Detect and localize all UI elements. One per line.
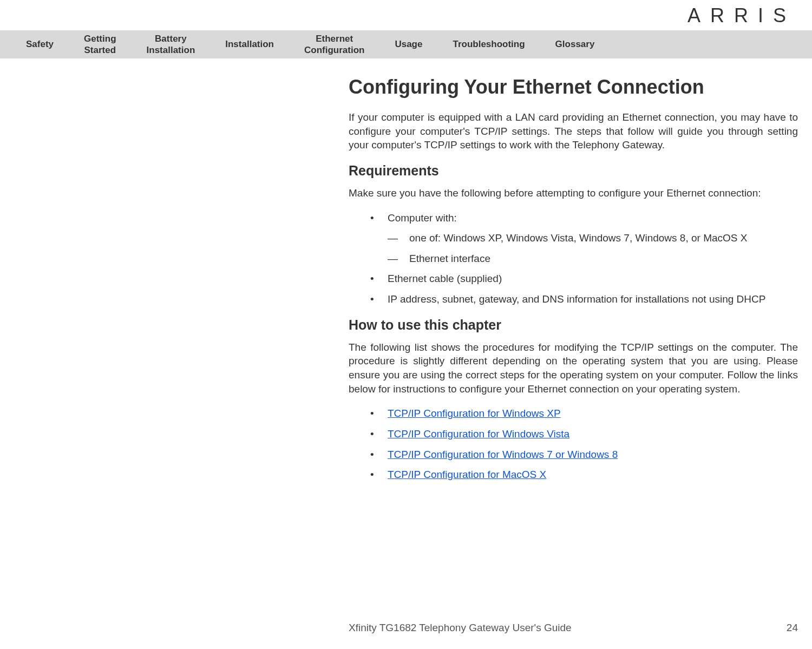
list-item: TCP/IP Configuration for Windows XP — [370, 407, 798, 421]
how-to-intro: The following list shows the procedures … — [349, 340, 798, 396]
top-nav: Safety Getting Started Battery Installat… — [0, 30, 812, 58]
how-to-heading: How to use this chapter — [349, 317, 798, 333]
link-windows-xp[interactable]: TCP/IP Configuration for Windows XP — [388, 408, 561, 419]
requirements-sublist: one of: Windows XP, Windows Vista, Windo… — [388, 231, 798, 265]
list-item: one of: Windows XP, Windows Vista, Windo… — [388, 231, 798, 245]
footer-title: Xfinity TG1682 Telephony Gateway User's … — [349, 622, 572, 634]
brand-logo: ARRIS — [687, 4, 796, 27]
link-macos-x[interactable]: TCP/IP Configuration for MacOS X — [388, 469, 546, 480]
list-item: Computer with: one of: Windows XP, Windo… — [370, 211, 798, 266]
requirements-heading: Requirements — [349, 163, 798, 179]
list-item: Ethernet interface — [388, 252, 798, 266]
nav-battery-installation[interactable]: Battery Installation — [132, 33, 211, 56]
list-item: Ethernet cable (supplied) — [370, 272, 798, 286]
nav-usage[interactable]: Usage — [379, 38, 437, 50]
requirements-list: Computer with: one of: Windows XP, Windo… — [370, 211, 798, 306]
nav-safety[interactable]: Safety — [11, 38, 69, 50]
nav-glossary[interactable]: Glossary — [540, 38, 610, 50]
intro-paragraph: If your computer is equipped with a LAN … — [349, 110, 798, 152]
list-item: TCP/IP Configuration for MacOS X — [370, 468, 798, 482]
page-number: 24 — [787, 622, 798, 634]
nav-ethernet-configuration[interactable]: Ethernet Configuration — [289, 33, 379, 56]
list-item: TCP/IP Configuration for Windows 7 or Wi… — [370, 448, 798, 462]
nav-installation[interactable]: Installation — [210, 38, 289, 50]
list-item: IP address, subnet, gateway, and DNS inf… — [370, 292, 798, 306]
nav-getting-started[interactable]: Getting Started — [69, 33, 132, 56]
link-windows-7-8[interactable]: TCP/IP Configuration for Windows 7 or Wi… — [388, 449, 618, 460]
main-content: Configuring Your Ethernet Connection If … — [349, 76, 798, 493]
nav-troubleshooting[interactable]: Troubleshooting — [437, 38, 540, 50]
requirements-intro: Make sure you have the following before … — [349, 186, 798, 200]
list-item: TCP/IP Configuration for Windows Vista — [370, 427, 798, 441]
page-footer: Xfinity TG1682 Telephony Gateway User's … — [349, 622, 798, 634]
link-windows-vista[interactable]: TCP/IP Configuration for Windows Vista — [388, 428, 569, 440]
req-computer-with: Computer with: — [388, 212, 457, 224]
links-list: TCP/IP Configuration for Windows XP TCP/… — [370, 407, 798, 482]
page-title: Configuring Your Ethernet Connection — [349, 76, 798, 99]
